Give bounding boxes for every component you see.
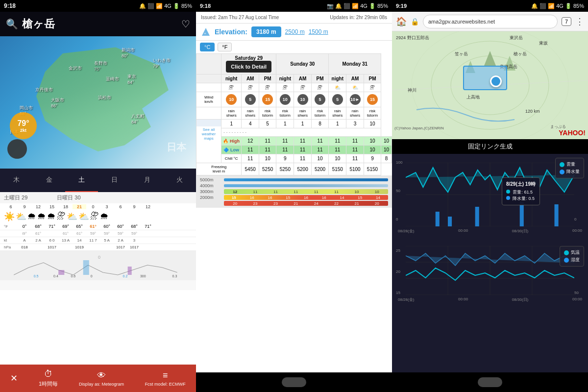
city-nagano: 長野市75° [94,60,107,72]
elevation-3180-button[interactable]: 3180 m [251,26,281,37]
day-tab-thu[interactable]: 木 [0,169,33,192]
legend-humidity-dot [564,258,569,263]
temp-val: 71° [45,224,59,229]
chart1-tooltip: 8/29(土) 19時 雲量: 61.5 降水量: 0.5 [502,177,540,205]
close-button[interactable]: ✕ [10,373,18,384]
elevation-icon: + [201,27,211,37]
legend-rain-dot [560,170,564,174]
svg-text:0.5: 0.5 [34,274,39,278]
p3-map-area[interactable]: 2924 野口五郎岳 東沢岳 東坂 笠ヶ岳 槍ヶ岳 奥穂高岳 神川 上高地 12… [392,31,588,139]
panel2-home-button[interactable] [282,377,306,387]
svg-text:0: 0 [98,255,100,260]
fixed-link-label[interactable]: 固定リンク生成 [468,143,513,150]
pressure-row: hPa 018 1017 1019 1017 1017 [0,244,196,251]
y-label-50: 50 [396,189,406,193]
rain-dot [506,196,510,200]
tab-count[interactable]: 7 [562,17,571,26]
weather-cell: ⛈ [242,83,259,92]
see-all-row: See allweathermaps 1 4 5 1 1 8 1 3 10 [196,120,392,128]
high-val: 10 [364,137,381,146]
favorite-icon[interactable]: ♡ [181,18,190,30]
band-3000: 3000m 12 11 11 11 11 11 10 10 [200,189,388,194]
time-cell: 9 [18,204,31,209]
low-val: 11 [329,146,346,154]
weather-maps-area [196,120,221,126]
freeze-val: 5250 [259,163,276,175]
desc-cell: rainshwrs [242,107,259,120]
chart1-svg [406,163,574,226]
weather-cell: ⛈ [364,83,381,92]
chill-val: 11 [294,154,311,163]
weather-icons-row: ⛈ ⛈ ⛈ ⛈ ⛈ ⛈ ⛅ ⛅ ⛈ [196,83,392,92]
day-tab-sat[interactable]: 土 [65,169,98,192]
yahoo-logo: YAHOO! [559,129,586,137]
display-button[interactable]: 👁 Display as: Meteogram [79,370,124,387]
x2-label-3: 08/30(日) [512,297,528,302]
header-empty [196,54,221,74]
chart2-svg [406,246,574,295]
high-val: 11 [294,137,311,146]
chill-val: 11 [346,154,364,163]
time-cell: 12 [31,204,45,209]
time-cell: 6 [114,204,127,209]
wind-row: Windkm/h 10 5 15 10 10 5 5 10► 15 [196,92,392,107]
chart2-x-labels: 08/28(金) 00:00 08/30(日) 00:00 [396,297,584,302]
day-tab-fri[interactable]: 金 [33,169,66,192]
weather-cell: ⛅ [346,83,364,92]
desc-cell: risktstorm [311,107,328,120]
chart2-area: 25 20 15 [392,242,588,372]
rain-cell: 8 [311,120,328,128]
eye-icon: 👁 [97,370,106,381]
panel2: 9:18 📷 🔔 ⬛ 📶 4G 🔋 85% Issued: 2am Thu 27… [196,0,392,392]
freeze-val: 5200 [294,163,311,175]
col-sat-pm: PM [259,74,276,83]
wind-cell: 15 [259,92,276,107]
elevation-2500-link[interactable]: 2500 m [285,28,305,35]
day-tab-tue[interactable]: 火 [163,169,196,192]
freeze-val: 5150 [329,163,346,175]
legend-cloud-label: 雲量 [566,161,575,168]
temp-val: 65° [73,224,86,229]
weather-cell: ⛅ [329,83,346,92]
forecast-date1: 土曜日 29 [4,194,27,201]
x-label-3: 08/30(日) [512,228,528,234]
city-iwaki: いわき市79° [153,57,171,69]
col-mon-night: night [329,74,346,83]
browser-back-icon[interactable]: 🏠 [396,16,407,27]
interval-button[interactable]: ⏱ 1時間毎 [39,369,58,388]
svg-text:0.3: 0.3 [172,274,177,278]
fahrenheit-button[interactable]: °F [218,43,232,51]
x-label-1: 08/28(金) [398,228,414,234]
celsius-button[interactable]: °C [200,43,215,51]
map-area[interactable]: 新潟市80° いわき市79° 金沢市 長野市75° 韮崎市 東京84° 京丹後市… [0,36,196,169]
weather-table-scroll[interactable]: Saturday 29 Click to Detail Sunday 30 Mo… [196,53,392,175]
panel1-time: 9:18 [4,2,16,9]
wind-temp: 79° [17,119,29,128]
weather-cell: ⛈ [311,83,328,92]
rain-chart: 0 0.4 0.6 0 0.2 300 0.3 0.5 [0,251,196,280]
click-to-detail-tooltip[interactable]: Click to Detail [226,61,271,73]
see-all-link[interactable]: See allweathermaps [196,126,221,142]
more-icon[interactable]: ⋮ [575,16,584,27]
time-cell: 9 [127,204,141,209]
freeze-val: 5250 [276,163,294,175]
model-button[interactable]: ≡ Fcst model: ECMWF [145,370,186,387]
chill-label: Chill °C [221,154,242,163]
panel3-home-button[interactable] [478,377,502,387]
svg-rect-2 [83,260,89,275]
day-tab-mon[interactable]: 月 [131,169,164,192]
url-bar[interactable]: ama2gpv.azurewebsites.net [423,15,558,28]
elevation-1500-link[interactable]: 1500 m [309,28,328,35]
row-label [196,83,221,92]
desc-cell: rainshwrs [346,107,364,120]
desc-cell: rainshwrs [221,107,242,120]
col-sat-night: night [221,74,242,83]
search-icon[interactable]: 🔍 [6,18,18,30]
freeze-row: Freezinglevel m 5450 5250 5250 5200 5200… [196,163,392,175]
wind-speed: 2kt [20,128,26,133]
day-tab-sun[interactable]: 日 [98,169,131,192]
rain-cell: 4 [242,120,259,128]
time-cell: 0 [86,204,100,209]
freeze-label: Freezinglevel m [196,163,242,175]
map-label-kamikochi: 上高地 [466,94,480,100]
